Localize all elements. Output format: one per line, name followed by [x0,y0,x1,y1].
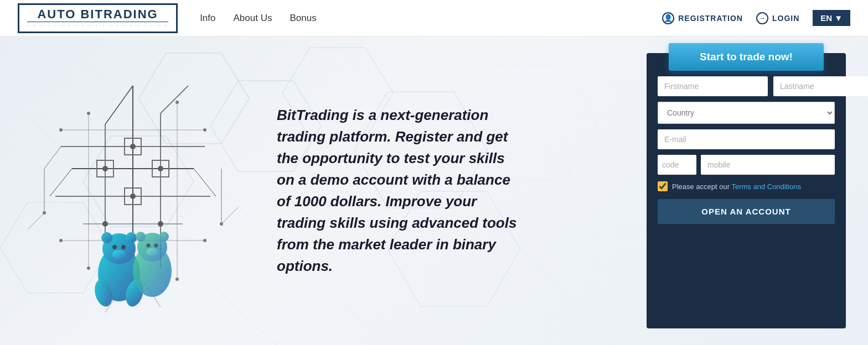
svg-point-60 [112,245,117,249]
chevron-down-icon: ▼ [834,13,843,23]
terms-row: Please accept our Terms and Conditions [658,181,835,191]
hero-section: BitTrading is a next-generation trading … [0,36,868,345]
svg-point-59 [126,232,137,243]
svg-point-45 [203,128,206,132]
login-button[interactable]: → LOGIN [756,12,799,24]
svg-point-24 [102,166,108,171]
svg-point-42 [59,128,63,132]
logo-subtitle: · · · · · · · · · · · · · · · · · · · · … [27,22,168,28]
start-trade-button[interactable]: Start to trade now! [669,43,824,71]
email-input[interactable] [658,129,835,149]
nav-item-about[interactable]: About Us [234,13,272,24]
hero-description: BitTrading is a next-generation trading … [277,104,520,277]
svg-line-19 [105,86,133,124]
svg-point-28 [158,221,163,227]
form-body: Country Please accept our Terms and Cond… [647,76,846,235]
phone-code-input[interactable] [658,155,696,175]
terms-link[interactable]: Terms and Conditions [731,182,801,191]
svg-line-22 [194,169,216,196]
name-row [658,76,835,96]
svg-point-49 [175,278,179,281]
phone-number-input[interactable] [701,155,835,175]
logo-title: AUTO BITRADING [37,8,158,20]
svg-point-71 [146,248,158,256]
svg-point-48 [87,266,90,270]
svg-point-44 [175,101,179,104]
svg-point-25 [158,166,163,171]
svg-point-58 [101,232,112,243]
svg-point-69 [147,244,151,248]
svg-point-47 [203,239,206,242]
svg-line-52 [28,213,44,229]
firstname-input[interactable] [658,76,768,96]
user-icon: 👤 [662,12,674,24]
svg-point-68 [159,232,169,242]
nav-right: 👤 REGISTRATION → LOGIN EN ▼ [662,10,850,26]
nav-item-bonus[interactable]: Bonus [290,13,316,24]
circuit-illustration [17,58,249,323]
terms-text: Please accept our Terms and Conditions [672,182,801,191]
svg-point-26 [130,194,136,199]
lastname-input[interactable] [773,76,868,96]
svg-line-53 [221,207,238,224]
svg-line-21 [50,169,72,196]
svg-point-67 [136,232,146,242]
nav-item-info[interactable]: Info [200,13,215,24]
registration-button[interactable]: 👤 REGISTRATION [662,12,743,24]
svg-point-23 [130,144,136,149]
phone-row [658,155,835,175]
hero-text-section: BitTrading is a next-generation trading … [266,36,647,345]
nav-links: Info About Us Bonus [200,13,662,24]
svg-line-37 [44,147,61,169]
svg-point-70 [154,244,158,248]
svg-line-20 [161,86,188,113]
logo-box: AUTO BITRADING · · · · · · · · · · · · ·… [18,3,178,33]
country-select[interactable]: Country [658,102,835,124]
svg-point-27 [102,221,108,227]
login-icon: → [756,12,768,24]
hero-illustration [0,36,266,345]
svg-point-46 [59,239,63,242]
logo[interactable]: AUTO BITRADING · · · · · · · · · · · · ·… [18,3,178,33]
open-account-button[interactable]: OPEN AN ACCOUNT [658,199,835,224]
svg-point-62 [112,250,126,259]
registration-form-panel: Start to trade now! Country Please accep… [647,53,846,328]
terms-checkbox[interactable] [658,181,668,191]
language-selector[interactable]: EN ▼ [813,10,850,26]
svg-point-61 [121,245,126,249]
navbar: AUTO BITRADING · · · · · · · · · · · · ·… [0,0,868,36]
svg-point-43 [87,112,90,115]
